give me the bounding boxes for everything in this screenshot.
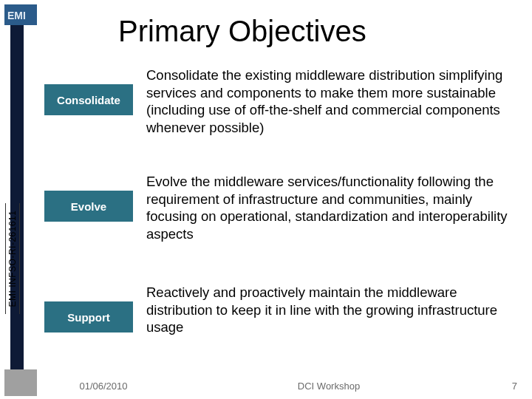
footer-date: 01/06/2010 xyxy=(44,381,163,392)
emi-logo-top: EMI xyxy=(4,4,37,25)
badge-evolve: Evolve xyxy=(44,191,133,222)
objective-row: Support Reactively and proactively maint… xyxy=(44,284,517,336)
footer-middle: DCI Workshop xyxy=(163,381,495,392)
text-consolidate: Consolidate the existing middleware dist… xyxy=(146,66,517,137)
svg-text:EMI: EMI xyxy=(7,10,26,21)
slide: EMI EMI INFSO-RI-261611 Primary Objectiv… xyxy=(0,0,532,399)
page-title: Primary Objectives xyxy=(118,15,366,48)
footer: 01/06/2010 DCI Workshop 7 xyxy=(44,381,517,392)
footer-page-number: 7 xyxy=(495,381,517,392)
left-decoration-column: EMI xyxy=(0,0,38,399)
eu-logo-bottom xyxy=(4,369,37,396)
text-support: Reactively and proactively maintain the … xyxy=(146,284,517,336)
badge-support: Support xyxy=(44,301,133,332)
vertical-dark-strip xyxy=(10,25,24,372)
text-evolve: Evolve the middleware services/functiona… xyxy=(146,173,517,243)
project-ref-sideways: EMI INFSO-RI-261611 xyxy=(5,203,20,314)
objective-row: Consolidate Consolidate the existing mid… xyxy=(44,66,517,137)
objective-row: Evolve Evolve the middleware services/fu… xyxy=(44,173,517,243)
badge-consolidate: Consolidate xyxy=(44,84,133,115)
